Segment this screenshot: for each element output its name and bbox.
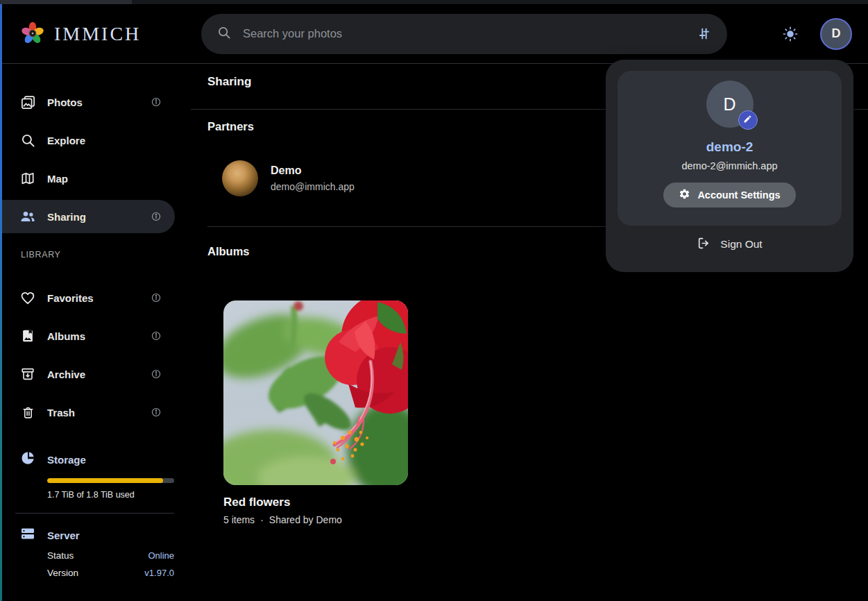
search-input[interactable] [243,27,685,40]
app-name: IMMICH [54,23,141,45]
info-icon[interactable] [150,368,162,380]
storage-used-text: 1.7 TiB of 1.8 TiB used [47,490,175,500]
account-menu: D demo-2 demo-2@immich.app Account Setti… [606,60,853,272]
albums-icon [19,328,36,344]
window-left-edge [0,4,2,601]
search-icon [216,25,232,43]
gear-icon [679,188,690,202]
heart-icon [19,289,36,306]
server-version-value: v1.97.0 [144,568,174,578]
trash-icon [19,404,36,421]
info-icon[interactable] [150,210,162,223]
user-avatar[interactable]: D [820,18,852,50]
sidebar-item-label: Map [47,173,162,185]
album-thumbnail-red-hibiscus [223,300,408,485]
sidebar-item-label: Favorites [47,292,139,304]
archive-icon [19,366,36,382]
sidebar-item-label: Explore [47,135,162,146]
window-top-edge [0,0,868,4]
sidebar-item-photos[interactable]: Photos [2,85,175,119]
edit-avatar-button[interactable] [738,110,758,130]
page-title: Sharing [207,75,251,89]
sidebar-item-label: Trash [47,407,139,418]
info-icon[interactable] [150,291,162,304]
partners-heading: Partners [207,120,254,133]
storage-panel: Storage 1.7 TiB of 1.8 TiB used [2,448,175,500]
album-shared-by: Shared by Demo [269,514,342,525]
account-card: D demo-2 demo-2@immich.app Account Setti… [618,71,842,226]
storage-label: Storage [47,454,86,466]
sharing-icon [19,208,36,225]
pencil-icon [743,114,752,126]
search-filter-icon[interactable] [696,26,712,42]
info-icon[interactable] [150,406,162,418]
library-section-header: LIBRARY [21,250,175,260]
theme-toggle-sun-icon[interactable] [778,22,802,46]
albums-heading: Albums [207,245,250,258]
server-label: Server [47,530,80,541]
sidebar-item-label: Sharing [47,211,139,223]
sidebar-item-explore[interactable]: Explore [2,124,175,157]
sign-out-icon [697,236,711,253]
pie-chart-icon [19,450,36,469]
server-version-row: Version v1.97.0 [47,564,174,582]
storage-progress-bar [47,478,174,483]
album-item-count: 5 items [223,514,255,525]
photos-icon [19,94,36,110]
sign-out-button[interactable]: Sign Out [606,231,853,257]
app-logo[interactable]: IMMICH [19,19,141,49]
album-title: Red flowers [223,496,408,509]
server-panel: Server Status Online Version v1.97.0 [2,523,175,582]
info-icon[interactable] [150,330,162,342]
sidebar-item-sharing[interactable]: Sharing [2,200,175,233]
divider [15,513,174,514]
sidebar-item-label: Photos [47,96,139,108]
server-icon [19,525,36,545]
sidebar-item-favorites[interactable]: Favorites [2,281,175,314]
storage-progress-fill [47,478,163,483]
sidebar: Photos Explore Map [2,65,175,601]
sidebar-item-archive[interactable]: Archive [2,357,175,391]
sidebar-item-map[interactable]: Map [2,162,175,195]
sidebar-item-albums[interactable]: Albums [2,319,175,353]
explore-icon [19,132,36,149]
search-bar[interactable] [201,14,727,54]
account-settings-button[interactable]: Account Settings [663,183,795,208]
partner-name: Demo [271,164,355,177]
info-icon[interactable] [150,96,162,108]
top-bar: IMMICH D [2,4,868,64]
sidebar-item-label: Archive [47,369,139,380]
server-status-label: Status [47,550,74,561]
account-email: demo-2@immich.app [681,160,777,171]
album-meta-separator: · [260,514,264,525]
partner-row[interactable]: Demo demo@immich.app [222,160,355,196]
server-version-label: Version [47,568,78,578]
server-status-row: Status Online [47,547,174,564]
account-settings-label: Account Settings [697,189,780,201]
map-icon [19,170,36,187]
divider [207,226,606,227]
album-card[interactable]: Red flowers 5 items · Shared by Demo [223,300,408,525]
partner-avatar [222,160,258,196]
avatar-initial: D [832,26,841,41]
album-meta: 5 items · Shared by Demo [223,514,408,525]
sidebar-item-trash[interactable]: Trash [2,396,175,429]
account-avatar-initial: D [723,94,735,115]
immich-flower-icon [19,19,46,49]
partner-email: demo@immich.app [271,181,355,192]
account-username: demo-2 [706,139,754,155]
server-status-value: Online [148,550,174,561]
sidebar-item-label: Albums [47,330,139,342]
sign-out-label: Sign Out [720,238,762,251]
